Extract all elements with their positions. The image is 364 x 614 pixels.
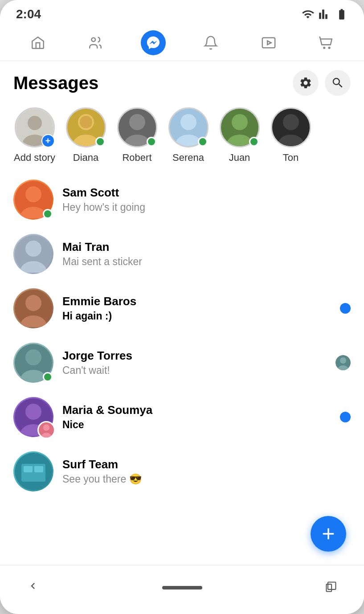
recent-apps-icon: [325, 581, 337, 593]
svg-point-19: [232, 114, 248, 130]
maria-name: Maria & Soumya: [62, 403, 340, 417]
sam-online: [43, 209, 53, 219]
jorge-avatar-wrap: [13, 343, 53, 383]
mai-preview: Mai sent a sticker: [62, 256, 351, 268]
page-title: Messages: [13, 73, 98, 93]
maria-preview: Nice: [62, 419, 340, 431]
nav-notifications[interactable]: [198, 30, 223, 55]
nav-messenger[interactable]: [141, 30, 166, 55]
jorge-receipt: [335, 355, 351, 370]
story-diana[interactable]: Diana: [60, 107, 111, 164]
maria-content: Maria & Soumya Nice: [62, 403, 340, 431]
diana-label: Diana: [73, 152, 98, 164]
message-item-maria-soumya[interactable]: Maria & Soumya Nice: [9, 390, 355, 444]
phone-frame: 2:04: [0, 0, 364, 614]
svg-point-40: [25, 404, 41, 420]
emmie-avatar: [13, 288, 53, 328]
home-pill[interactable]: [162, 586, 202, 589]
mai-content: Mai Tran Mai sent a sticker: [62, 240, 351, 268]
svg-rect-49: [327, 584, 332, 591]
story-serena[interactable]: Serena: [163, 107, 214, 164]
jorge-preview: Can't wait!: [62, 364, 335, 377]
ton-label: Ton: [283, 152, 299, 164]
message-item-emmie-baros[interactable]: Emmie Baros Hi again :): [9, 281, 355, 336]
svg-point-31: [25, 295, 41, 311]
serena-avatar-wrap: [168, 107, 209, 147]
emmie-content: Emmie Baros Hi again :): [62, 295, 340, 322]
emmie-unread-dot: [340, 303, 351, 314]
message-item-mai-tran[interactable]: Mai Tran Mai sent a sticker: [9, 227, 355, 281]
svg-point-34: [25, 349, 41, 365]
emmie-avatar-wrap: [13, 288, 53, 328]
ton-photo: [272, 109, 310, 146]
add-story-plus: +: [41, 134, 55, 147]
sam-name: Sam Scott: [62, 186, 351, 200]
svg-point-28: [25, 241, 41, 257]
nav-friends[interactable]: [83, 30, 108, 55]
back-icon: [27, 580, 39, 592]
juan-online: [249, 137, 259, 147]
sam-content: Sam Scott Hey how's it going: [62, 186, 351, 213]
new-message-fab[interactable]: [311, 516, 346, 552]
status-bar: 2:04: [0, 0, 364, 25]
jorge-content: Jorge Torres Can't wait!: [62, 349, 335, 377]
diana-avatar-wrap: [66, 107, 106, 147]
settings-button[interactable]: [293, 70, 319, 96]
story-juan[interactable]: Juan: [214, 107, 265, 164]
robert-label: Robert: [122, 152, 151, 164]
message-item-sam-scott[interactable]: Sam Scott Hey how's it going: [9, 172, 355, 227]
svg-point-22: [283, 114, 299, 130]
svg-point-6: [28, 116, 42, 130]
nav-watch[interactable]: [256, 30, 281, 55]
story-add[interactable]: + Add story: [9, 107, 60, 164]
sam-preview: Hey how's it going: [62, 201, 351, 213]
soumya-photo: [39, 422, 54, 438]
status-time: 2:04: [16, 7, 41, 21]
surf-name: Surf Team: [62, 458, 351, 471]
add-story-label: Add story: [14, 152, 55, 164]
emmie-name: Emmie Baros: [62, 295, 340, 308]
jorge-name: Jorge Torres: [62, 349, 335, 363]
diana-online: [95, 137, 105, 147]
svg-point-11: [80, 116, 92, 128]
svg-point-3: [324, 47, 325, 49]
jorge-receipt-photo: [335, 355, 351, 370]
search-icon: [331, 76, 344, 90]
nav-home[interactable]: [25, 30, 50, 55]
message-item-jorge-torres[interactable]: Jorge Torres Can't wait!: [9, 336, 355, 390]
messages-list: Sam Scott Hey how's it going Mai Tran Ma…: [0, 172, 364, 565]
surf-avatar-wrap: [13, 451, 53, 491]
mai-name: Mai Tran: [62, 240, 351, 254]
svg-rect-47: [24, 466, 33, 472]
surf-content: Surf Team See you there 😎: [62, 458, 351, 485]
ton-avatar-wrap: [271, 107, 311, 147]
nav-bar: [0, 25, 364, 61]
maria-unread-dot: [340, 412, 351, 422]
recent-apps-button[interactable]: [325, 581, 337, 595]
nav-marketplace[interactable]: [314, 30, 339, 55]
message-item-surf-team[interactable]: Surf Team See you there 😎: [9, 444, 355, 499]
back-button[interactable]: [27, 580, 39, 595]
svg-point-16: [180, 114, 196, 130]
surf-avatar: [13, 451, 53, 491]
gear-icon: [299, 76, 312, 90]
bottom-nav: [0, 565, 364, 614]
battery-icon: [335, 8, 348, 20]
signal-icon: [319, 8, 331, 20]
plus-icon: [319, 524, 338, 543]
svg-point-25: [25, 186, 41, 202]
story-robert[interactable]: Robert: [111, 107, 163, 164]
mai-avatar: [13, 234, 53, 274]
jorge-indicator: [335, 355, 351, 370]
surf-photo: [15, 453, 52, 490]
svg-rect-48: [34, 466, 43, 472]
serena-label: Serena: [172, 152, 204, 164]
search-button[interactable]: [325, 70, 351, 96]
svg-rect-1: [262, 38, 275, 48]
svg-point-4: [329, 47, 330, 49]
messages-header: Messages: [0, 61, 364, 103]
emmie-indicator: [340, 303, 351, 314]
robert-avatar-wrap: [117, 107, 157, 147]
story-ton[interactable]: Ton: [265, 107, 316, 164]
juan-label: Juan: [229, 152, 250, 164]
